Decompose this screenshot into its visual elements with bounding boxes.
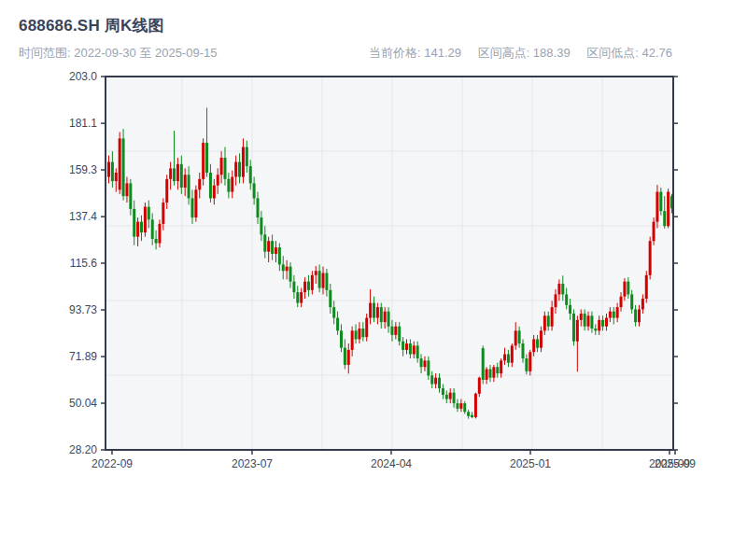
candle-body	[307, 282, 310, 290]
candle-body	[286, 267, 289, 272]
candle-body	[332, 307, 335, 317]
current-price-label: 当前价格: 141.29	[369, 46, 461, 60]
candle-body	[148, 207, 150, 220]
candle-body	[361, 329, 364, 337]
candle-body	[158, 224, 161, 244]
candle-body	[125, 183, 128, 196]
candle-body	[136, 222, 139, 237]
candle-body	[162, 203, 164, 224]
candle-body	[184, 175, 187, 188]
candle-body	[398, 327, 401, 342]
candle	[202, 138, 204, 185]
candle-body	[459, 403, 462, 409]
candle-body	[482, 348, 485, 380]
candle-body	[351, 330, 354, 350]
candle-body	[369, 303, 372, 318]
kline-page: 688686.SH 周K线图 时间范围: 2022-09-30 至 2025-0…	[0, 0, 747, 560]
candle-body	[507, 354, 510, 362]
candle-body	[188, 175, 190, 198]
candle-body	[630, 294, 633, 309]
candle-body	[340, 330, 343, 347]
candle-body	[169, 168, 172, 178]
candle-body	[303, 282, 306, 292]
candle-body	[478, 378, 481, 394]
candle-body	[620, 297, 623, 307]
candle	[119, 132, 121, 193]
candle-body	[322, 273, 325, 288]
candle-body	[278, 247, 281, 264]
candle-body	[663, 211, 666, 226]
candle-body	[529, 352, 531, 371]
candle	[194, 186, 197, 222]
candle-body	[217, 175, 219, 185]
candle-body	[532, 339, 535, 352]
candle-body	[329, 290, 331, 307]
y-tick-label: 181.1	[69, 117, 97, 130]
candle-body	[609, 312, 612, 318]
candle-body	[347, 350, 350, 365]
candle-body	[565, 294, 568, 304]
candle-body	[140, 222, 143, 232]
candle	[572, 309, 575, 345]
candle-body	[198, 179, 201, 189]
y-tick-label: 71.89	[69, 350, 97, 363]
page-title: 688686.SH 周K线图	[19, 15, 164, 36]
candle-body	[318, 271, 321, 287]
candle-body	[405, 343, 408, 350]
candle	[649, 237, 652, 280]
candle-body	[238, 162, 241, 177]
candle-body	[645, 275, 648, 299]
candle-body	[555, 294, 557, 307]
x-tick-label: 2025-01	[510, 457, 551, 470]
candle-body	[249, 166, 252, 183]
candle-body	[525, 358, 528, 371]
candle-body	[292, 282, 295, 292]
candle	[122, 129, 125, 201]
candle-body	[373, 303, 375, 318]
candle-body	[423, 360, 426, 367]
x-tick-label: 2022-09	[92, 457, 133, 470]
candle-body	[267, 241, 270, 251]
candle-body	[511, 345, 514, 362]
candle-body	[456, 403, 458, 409]
candle-body	[653, 222, 655, 242]
candle-body	[122, 138, 125, 196]
candle-body	[257, 198, 260, 217]
candle-body	[488, 370, 491, 378]
candle-body	[380, 307, 383, 322]
candle-body	[111, 162, 114, 182]
candle-body	[616, 307, 619, 317]
candle-body	[155, 239, 158, 244]
candle-body	[641, 299, 644, 309]
candle-body	[365, 318, 368, 338]
candle-body	[638, 309, 641, 322]
candle-body	[300, 292, 303, 302]
candle-body	[543, 315, 546, 330]
candle-body	[536, 339, 539, 347]
candle-body	[275, 247, 277, 254]
candle-body	[220, 158, 223, 175]
candle-body	[569, 305, 571, 314]
candle-body	[325, 273, 328, 290]
candle-body	[420, 358, 423, 367]
candle-body	[467, 412, 470, 416]
candle-body	[390, 327, 393, 335]
candle-body	[474, 394, 477, 417]
candle-body	[376, 307, 379, 317]
candle-body	[194, 189, 197, 217]
candle-body	[358, 329, 360, 339]
candle-body	[416, 345, 419, 358]
x-tick-label: 2023-07	[232, 457, 273, 470]
candle-body	[223, 158, 226, 179]
candle-body	[471, 415, 473, 417]
candle-body	[430, 375, 433, 384]
candle	[667, 189, 669, 228]
time-range-label: 时间范围: 2022-09-30 至 2025-09-15	[19, 45, 217, 62]
candle-body	[115, 173, 118, 181]
candle-body	[561, 284, 564, 294]
candle-body	[572, 314, 575, 342]
y-tick-label: 137.4	[69, 210, 97, 223]
candle-body	[263, 234, 266, 251]
candle-body	[655, 192, 658, 222]
candle-body	[486, 370, 488, 380]
